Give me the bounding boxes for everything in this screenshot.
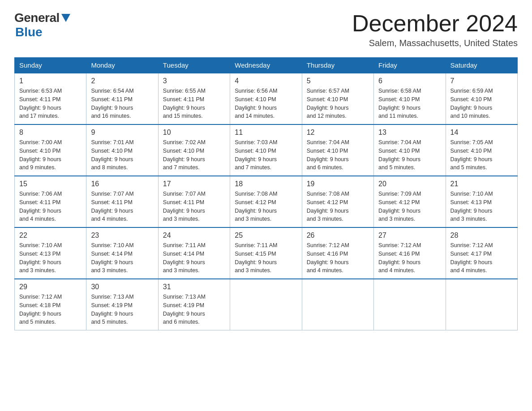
calendar-cell: 24Sunrise: 7:11 AM Sunset: 4:14 PM Dayli… xyxy=(158,227,230,279)
day-number: 29 xyxy=(19,283,82,291)
calendar-cell: 31Sunrise: 7:13 AM Sunset: 4:19 PM Dayli… xyxy=(158,279,230,330)
calendar-week-row: 15Sunrise: 7:06 AM Sunset: 4:11 PM Dayli… xyxy=(15,176,518,227)
logo: General Blue xyxy=(14,11,70,39)
day-number: 21 xyxy=(450,180,513,188)
calendar-cell: 26Sunrise: 7:12 AM Sunset: 4:16 PM Dayli… xyxy=(302,227,373,279)
day-number: 19 xyxy=(307,180,369,188)
col-header-saturday: Saturday xyxy=(446,58,517,73)
calendar-cell: 25Sunrise: 7:11 AM Sunset: 4:15 PM Dayli… xyxy=(230,227,302,279)
col-header-monday: Monday xyxy=(86,58,158,73)
col-header-tuesday: Tuesday xyxy=(158,58,230,73)
day-info: Sunrise: 7:04 AM Sunset: 4:10 PM Dayligh… xyxy=(378,138,441,172)
day-number: 30 xyxy=(91,283,153,291)
calendar-header-row: SundayMondayTuesdayWednesdayThursdayFrid… xyxy=(15,58,518,73)
day-number: 7 xyxy=(450,77,513,85)
title-section: December 2024 Salem, Massachusetts, Unit… xyxy=(352,11,518,48)
location-text: Salem, Massachusetts, United States xyxy=(352,38,518,48)
calendar-cell xyxy=(446,279,517,330)
logo-blue-text: Blue xyxy=(15,25,43,39)
calendar-cell: 12Sunrise: 7:04 AM Sunset: 4:10 PM Dayli… xyxy=(302,124,373,176)
day-number: 23 xyxy=(91,231,153,240)
calendar-cell xyxy=(374,279,446,330)
calendar-cell: 18Sunrise: 7:08 AM Sunset: 4:12 PM Dayli… xyxy=(230,176,302,227)
day-number: 4 xyxy=(235,77,297,85)
logo-general-text: General xyxy=(14,11,60,25)
calendar-cell: 29Sunrise: 7:12 AM Sunset: 4:18 PM Dayli… xyxy=(15,279,86,330)
day-number: 16 xyxy=(91,180,153,188)
day-info: Sunrise: 7:08 AM Sunset: 4:12 PM Dayligh… xyxy=(307,190,369,223)
calendar-cell: 22Sunrise: 7:10 AM Sunset: 4:13 PM Dayli… xyxy=(15,227,86,279)
day-info: Sunrise: 7:06 AM Sunset: 4:11 PM Dayligh… xyxy=(19,190,82,223)
day-info: Sunrise: 6:55 AM Sunset: 4:11 PM Dayligh… xyxy=(163,87,225,120)
day-info: Sunrise: 7:04 AM Sunset: 4:10 PM Dayligh… xyxy=(307,138,369,172)
calendar-cell: 15Sunrise: 7:06 AM Sunset: 4:11 PM Dayli… xyxy=(15,176,86,227)
calendar-cell: 1Sunrise: 6:53 AM Sunset: 4:11 PM Daylig… xyxy=(15,73,86,124)
day-info: Sunrise: 7:13 AM Sunset: 4:19 PM Dayligh… xyxy=(163,293,225,326)
col-header-friday: Friday xyxy=(374,58,446,73)
calendar-week-row: 29Sunrise: 7:12 AM Sunset: 4:18 PM Dayli… xyxy=(15,279,518,330)
day-info: Sunrise: 7:08 AM Sunset: 4:12 PM Dayligh… xyxy=(235,190,297,223)
calendar-cell: 8Sunrise: 7:00 AM Sunset: 4:10 PM Daylig… xyxy=(15,124,86,176)
day-info: Sunrise: 6:53 AM Sunset: 4:11 PM Dayligh… xyxy=(19,87,82,120)
day-number: 14 xyxy=(450,128,513,137)
calendar-cell: 13Sunrise: 7:04 AM Sunset: 4:10 PM Dayli… xyxy=(374,124,446,176)
calendar-cell: 3Sunrise: 6:55 AM Sunset: 4:11 PM Daylig… xyxy=(158,73,230,124)
calendar-week-row: 22Sunrise: 7:10 AM Sunset: 4:13 PM Dayli… xyxy=(15,227,518,279)
calendar-cell: 28Sunrise: 7:12 AM Sunset: 4:17 PM Dayli… xyxy=(446,227,517,279)
day-info: Sunrise: 7:05 AM Sunset: 4:10 PM Dayligh… xyxy=(450,138,513,172)
calendar-cell: 27Sunrise: 7:12 AM Sunset: 4:16 PM Dayli… xyxy=(374,227,446,279)
day-info: Sunrise: 7:11 AM Sunset: 4:14 PM Dayligh… xyxy=(163,241,225,275)
day-number: 15 xyxy=(19,180,82,188)
day-number: 27 xyxy=(378,231,441,240)
day-info: Sunrise: 7:09 AM Sunset: 4:12 PM Dayligh… xyxy=(378,190,441,223)
day-number: 20 xyxy=(378,180,441,188)
day-info: Sunrise: 6:57 AM Sunset: 4:10 PM Dayligh… xyxy=(307,87,369,120)
month-title: December 2024 xyxy=(352,11,518,36)
calendar-cell: 6Sunrise: 6:58 AM Sunset: 4:10 PM Daylig… xyxy=(374,73,446,124)
logo-triangle-icon xyxy=(61,14,70,22)
col-header-sunday: Sunday xyxy=(15,58,86,73)
calendar-week-row: 8Sunrise: 7:00 AM Sunset: 4:10 PM Daylig… xyxy=(15,124,518,176)
day-info: Sunrise: 7:01 AM Sunset: 4:10 PM Dayligh… xyxy=(91,138,153,172)
day-number: 13 xyxy=(378,128,441,137)
day-info: Sunrise: 7:03 AM Sunset: 4:10 PM Dayligh… xyxy=(235,138,297,172)
day-number: 12 xyxy=(307,128,369,137)
day-info: Sunrise: 7:02 AM Sunset: 4:10 PM Dayligh… xyxy=(163,138,225,172)
day-number: 9 xyxy=(91,128,153,137)
day-number: 22 xyxy=(19,231,82,240)
col-header-wednesday: Wednesday xyxy=(230,58,302,73)
calendar-cell: 5Sunrise: 6:57 AM Sunset: 4:10 PM Daylig… xyxy=(302,73,373,124)
calendar-cell: 17Sunrise: 7:07 AM Sunset: 4:11 PM Dayli… xyxy=(158,176,230,227)
calendar-cell: 16Sunrise: 7:07 AM Sunset: 4:11 PM Dayli… xyxy=(86,176,158,227)
calendar-cell: 21Sunrise: 7:10 AM Sunset: 4:13 PM Dayli… xyxy=(446,176,517,227)
day-info: Sunrise: 7:10 AM Sunset: 4:14 PM Dayligh… xyxy=(91,241,153,275)
day-number: 8 xyxy=(19,128,82,137)
day-info: Sunrise: 7:12 AM Sunset: 4:17 PM Dayligh… xyxy=(450,241,513,275)
day-info: Sunrise: 7:00 AM Sunset: 4:10 PM Dayligh… xyxy=(19,138,82,172)
day-info: Sunrise: 7:07 AM Sunset: 4:11 PM Dayligh… xyxy=(163,190,225,223)
col-header-thursday: Thursday xyxy=(302,58,373,73)
day-info: Sunrise: 6:56 AM Sunset: 4:10 PM Dayligh… xyxy=(235,87,297,120)
day-info: Sunrise: 7:12 AM Sunset: 4:18 PM Dayligh… xyxy=(19,293,82,326)
day-info: Sunrise: 7:07 AM Sunset: 4:11 PM Dayligh… xyxy=(91,190,153,223)
calendar-cell: 7Sunrise: 6:59 AM Sunset: 4:10 PM Daylig… xyxy=(446,73,517,124)
day-number: 26 xyxy=(307,231,369,240)
calendar-cell: 14Sunrise: 7:05 AM Sunset: 4:10 PM Dayli… xyxy=(446,124,517,176)
day-info: Sunrise: 7:13 AM Sunset: 4:19 PM Dayligh… xyxy=(91,293,153,326)
day-number: 18 xyxy=(235,180,297,188)
day-number: 31 xyxy=(163,283,225,291)
calendar-cell: 11Sunrise: 7:03 AM Sunset: 4:10 PM Dayli… xyxy=(230,124,302,176)
calendar-cell: 4Sunrise: 6:56 AM Sunset: 4:10 PM Daylig… xyxy=(230,73,302,124)
day-number: 1 xyxy=(19,77,82,85)
day-number: 24 xyxy=(163,231,225,240)
day-info: Sunrise: 6:54 AM Sunset: 4:11 PM Dayligh… xyxy=(91,87,153,120)
calendar-week-row: 1Sunrise: 6:53 AM Sunset: 4:11 PM Daylig… xyxy=(15,73,518,124)
day-number: 3 xyxy=(163,77,225,85)
calendar-cell: 20Sunrise: 7:09 AM Sunset: 4:12 PM Dayli… xyxy=(374,176,446,227)
day-number: 5 xyxy=(307,77,369,85)
day-number: 2 xyxy=(91,77,153,85)
calendar-cell: 19Sunrise: 7:08 AM Sunset: 4:12 PM Dayli… xyxy=(302,176,373,227)
calendar-cell: 23Sunrise: 7:10 AM Sunset: 4:14 PM Dayli… xyxy=(86,227,158,279)
day-info: Sunrise: 6:58 AM Sunset: 4:10 PM Dayligh… xyxy=(378,87,441,120)
day-number: 11 xyxy=(235,128,297,137)
